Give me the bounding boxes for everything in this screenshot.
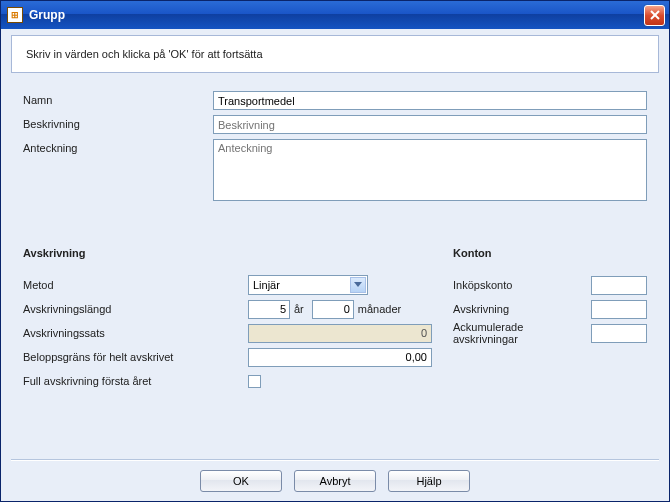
window-title: Grupp bbox=[29, 8, 644, 22]
avskrivning-heading: Avskrivning bbox=[23, 247, 453, 259]
ok-button[interactable]: OK bbox=[200, 470, 282, 492]
app-icon: ⊞ bbox=[7, 7, 23, 23]
sats-label: Avskrivningssats bbox=[23, 327, 248, 339]
inkop-label: Inköpskonto bbox=[453, 279, 591, 291]
content-area: Namn Beskrivning Anteckning Avskrivning … bbox=[1, 73, 669, 501]
beskrivning-input[interactable] bbox=[213, 115, 647, 134]
namn-label: Namn bbox=[23, 91, 213, 106]
cancel-button[interactable]: Avbryt bbox=[294, 470, 376, 492]
sats-readonly: 0 bbox=[248, 324, 432, 343]
ar-input[interactable] bbox=[248, 300, 290, 319]
close-button[interactable] bbox=[644, 5, 665, 26]
help-button[interactable]: Hjälp bbox=[388, 470, 470, 492]
anteckning-textarea[interactable] bbox=[213, 139, 647, 201]
ack-label: Ackumulerade avskrivningar bbox=[453, 321, 591, 345]
namn-input[interactable] bbox=[213, 91, 647, 110]
ack-input[interactable] bbox=[591, 324, 647, 343]
beskrivning-label: Beskrivning bbox=[23, 115, 213, 130]
full-checkbox[interactable] bbox=[248, 375, 261, 388]
avskr-konto-label: Avskrivning bbox=[453, 303, 591, 315]
instruction-text: Skriv in värden och klicka på 'OK' för a… bbox=[11, 35, 659, 73]
manader-unit: månader bbox=[358, 303, 401, 315]
close-icon bbox=[650, 10, 660, 20]
chevron-down-icon bbox=[350, 277, 366, 293]
belopp-label: Beloppsgräns för helt avskrivet bbox=[23, 351, 248, 363]
belopp-input[interactable] bbox=[248, 348, 432, 367]
titlebar: ⊞ Grupp bbox=[1, 1, 669, 29]
langd-label: Avskrivningslängd bbox=[23, 303, 248, 315]
dialog-window: ⊞ Grupp Skriv in värden och klicka på 'O… bbox=[0, 0, 670, 502]
anteckning-label: Anteckning bbox=[23, 139, 213, 154]
metod-value: Linjär bbox=[253, 279, 280, 291]
manader-input[interactable] bbox=[312, 300, 354, 319]
avskr-konto-input[interactable] bbox=[591, 300, 647, 319]
konton-heading: Konton bbox=[453, 247, 647, 259]
inkop-input[interactable] bbox=[591, 276, 647, 295]
ar-unit: år bbox=[294, 303, 304, 315]
metod-label: Metod bbox=[23, 279, 248, 291]
metod-select[interactable]: Linjär bbox=[248, 275, 368, 295]
full-label: Full avskrivning första året bbox=[23, 375, 248, 387]
